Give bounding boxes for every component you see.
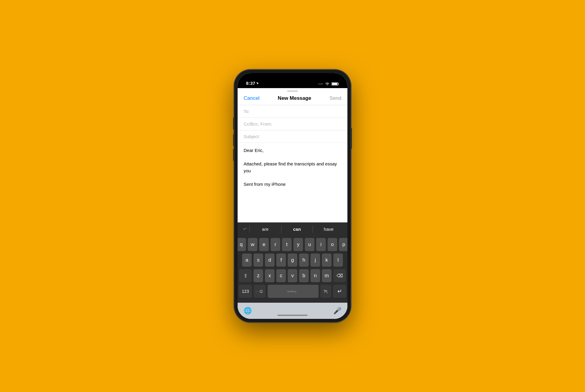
key-u[interactable]: u [305,238,314,251]
key-g[interactable]: g [288,254,297,267]
keyboard-keys: q w e r t y u i o p a s [238,236,347,303]
svg-point-2 [321,84,322,85]
mail-body[interactable]: Dear Eric, Attached, please find the tra… [238,143,347,222]
return-key[interactable]: ↵ [333,285,346,298]
key-i[interactable]: i [316,238,326,251]
key-c[interactable]: c [276,269,286,282]
key-d[interactable]: d [265,254,274,267]
mail-compose-area: Cancel New Message Send To: Cc/Bcc, From… [238,88,347,319]
svg-rect-5 [332,83,338,85]
subject-field[interactable]: Subject: [238,130,347,143]
send-button[interactable]: Send [329,95,341,101]
key-p[interactable]: p [339,238,347,251]
space-key[interactable]: SwiftKey [268,285,319,298]
phone-frame: 8:37 [234,70,351,322]
key-r[interactable]: r [271,238,280,251]
backspace-key[interactable]: ⌫ [333,269,346,282]
status-icons [318,82,339,86]
key-row-3: ⇧ z x c v b n m ⌫ [239,269,346,282]
key-v[interactable]: v [288,269,297,282]
status-time: 8:37 [246,81,255,86]
autocomplete-word-2[interactable]: can [281,225,313,233]
autocomplete-bar: +° are can have [238,222,347,236]
signal-icon [318,82,323,86]
key-row-2: a s d f g h j k l [239,254,346,267]
globe-key[interactable]: 🌐 [244,307,252,315]
svg-point-3 [322,84,323,85]
key-f[interactable]: f [276,254,286,267]
to-field[interactable]: To: [238,105,347,118]
key-row-4: 123 ··· ☺ SwiftKey ?!; ↵ [239,285,346,298]
cancel-button[interactable]: Cancel [244,95,260,101]
key-a[interactable]: a [242,254,252,267]
key-o[interactable]: o [328,238,337,251]
key-z[interactable]: z [254,269,263,282]
svg-point-1 [320,84,321,85]
svg-text:SwiftKey: SwiftKey [287,290,296,293]
punctuation-key[interactable]: ?!; [320,285,331,298]
key-j[interactable]: j [310,254,320,267]
cc-bcc-field[interactable]: Cc/Bcc, From: [238,118,347,130]
swiftkey-logo: SwiftKey [287,289,299,293]
key-x[interactable]: x [265,269,274,282]
key-l[interactable]: l [333,254,343,267]
subject-label: Subject: [244,134,260,139]
notch [270,73,315,82]
svg-point-0 [319,84,320,85]
keyboard: +° are can have q w e r t [238,222,347,319]
keyboard-bottom-bar: 🌐 🎤 [238,303,347,319]
to-label: To: [244,109,250,114]
shift-key[interactable]: ⇧ [239,269,252,282]
key-t[interactable]: t [282,238,292,251]
key-e[interactable]: e [259,238,269,251]
mail-header: Cancel New Message Send [238,92,347,105]
battery-icon [332,82,339,86]
phone-screen: 8:37 [238,73,347,319]
key-m[interactable]: m [322,269,332,282]
key-s[interactable]: s [254,254,263,267]
key-q[interactable]: q [238,238,246,251]
home-indicator [278,315,308,316]
numbers-key[interactable]: 123 [239,285,252,298]
mail-body-text: Dear Eric, Attached, please find the tra… [244,148,338,187]
key-k[interactable]: k [322,254,332,267]
emoji-key[interactable]: ··· ☺ [254,285,266,298]
autocomplete-plus-icon: +° [241,225,249,233]
location-arrow-icon [256,82,259,85]
key-n[interactable]: n [310,269,320,282]
key-row-1: q w e r t y u i o p [239,238,346,251]
key-y[interactable]: y [293,238,303,251]
key-b[interactable]: b [299,269,309,282]
mic-key[interactable]: 🎤 [333,307,341,315]
key-h[interactable]: h [299,254,309,267]
cc-label: Cc/Bcc, From: [244,121,272,126]
autocomplete-word-1[interactable]: are [250,225,281,233]
wifi-icon [325,82,330,86]
autocomplete-word-3[interactable]: have [313,225,344,233]
mail-title: New Message [278,95,311,101]
key-w[interactable]: w [248,238,257,251]
